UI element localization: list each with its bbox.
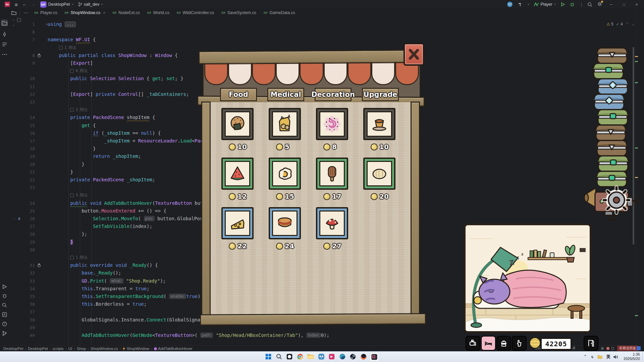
close-window-button[interactable]: × bbox=[633, 2, 641, 7]
more-tools-icon[interactable] bbox=[1, 51, 8, 58]
scroll-mark[interactable] bbox=[635, 56, 638, 57]
breadcrumb-item[interactable]: ShopWindow bbox=[122, 347, 149, 351]
usages-inlay[interactable]: 2 用法 bbox=[70, 106, 87, 114]
shop-item-naruto[interactable] bbox=[316, 108, 348, 140]
tab-close-icon[interactable]: × bbox=[103, 11, 105, 15]
shop-tab-food[interactable]: Food bbox=[220, 88, 257, 101]
tab-SaveSystem.cs[interactable]: C#SaveSystem.cs bbox=[218, 9, 260, 17]
project-widget[interactable]: DP DesktopPet˅ bbox=[40, 1, 73, 8]
vcs-branch-widget[interactable]: salt_dev˅ bbox=[78, 2, 103, 7]
tab-Player.cs[interactable]: C#Player.cs bbox=[31, 9, 61, 17]
shop-item-popsicle[interactable] bbox=[316, 158, 348, 190]
gamebar-exit-button[interactable] bbox=[584, 336, 598, 351]
tray-folder-icon[interactable] bbox=[597, 355, 602, 359]
taskbar-steam-icon[interactable] bbox=[349, 353, 357, 361]
tab-World.cs[interactable]: C#World.cs bbox=[144, 9, 173, 17]
vcs-tool-icon[interactable] bbox=[1, 330, 8, 337]
tray-speaker-icon[interactable] bbox=[613, 355, 619, 359]
gamebar-hand-button[interactable] bbox=[512, 336, 527, 351]
override-gutter-icon[interactable] bbox=[37, 263, 41, 267]
shop-item-hotdog[interactable] bbox=[269, 207, 301, 239]
ime-indicator[interactable]: 英 bbox=[606, 351, 610, 362]
scroll-mark[interactable] bbox=[635, 177, 638, 178]
breadcrumb-item[interactable]: AddTabButtonHover bbox=[154, 347, 193, 351]
gamebar-bed-button[interactable] bbox=[481, 336, 496, 351]
scroll-mark[interactable] bbox=[635, 315, 638, 316]
run-config-selector[interactable]: Player˅ bbox=[534, 2, 556, 7]
run-button[interactable] bbox=[560, 2, 565, 7]
taskbar-pink-icon[interactable] bbox=[328, 353, 336, 361]
usages-inlay[interactable]: 5 用法 bbox=[70, 191, 87, 199]
tab-WildController.cs[interactable]: C#WildController.cs bbox=[173, 9, 218, 17]
tab-NodeExt.cs[interactable]: C#NodeExt.cs bbox=[109, 9, 144, 17]
taskbar-search-icon[interactable] bbox=[275, 353, 283, 361]
override-gutter-icon[interactable] bbox=[37, 53, 41, 58]
shop-tab-medical[interactable]: Medical bbox=[267, 88, 304, 101]
usages-inlay[interactable]: 1 用法 bbox=[70, 254, 87, 261]
forward-button[interactable]: → bbox=[31, 2, 36, 7]
show-desktop-button[interactable] bbox=[642, 351, 644, 362]
breadcrumb-item[interactable]: DesktopPet bbox=[3, 347, 23, 351]
scroll-mark[interactable] bbox=[635, 82, 638, 83]
tab-ShopWindow.cs[interactable]: C#ShopWindow.cs× bbox=[61, 9, 109, 17]
scroll-mark[interactable] bbox=[635, 147, 638, 148]
usages-inlay[interactable]: 1 用法 bbox=[59, 44, 76, 52]
breadcrumb-item[interactable]: scripts bbox=[53, 347, 64, 351]
lambda-gutter-icon[interactable]: ≣ bbox=[18, 215, 20, 223]
search-tool-icon[interactable] bbox=[1, 302, 8, 308]
shop-close-button[interactable] bbox=[404, 43, 424, 66]
project-folder-icon[interactable] bbox=[11, 10, 16, 15]
fold-arrow-icon[interactable]: › bbox=[13, 215, 15, 223]
taskbar-firefox-icon[interactable] bbox=[360, 353, 368, 361]
breadcrumb-item[interactable]: Shop bbox=[77, 347, 86, 351]
taskbar-edge-icon[interactable] bbox=[338, 353, 346, 361]
shop-item-watermelon[interactable] bbox=[221, 158, 254, 190]
tabbar-left-controls[interactable]: ⋮ — bbox=[9, 9, 31, 17]
taskbar-godot-icon[interactable] bbox=[317, 353, 325, 361]
taskbar-files-icon[interactable] bbox=[307, 353, 315, 361]
gamebar-mailbox-button[interactable] bbox=[466, 336, 480, 351]
back-button[interactable]: ← bbox=[22, 2, 27, 7]
taskbar-windows-icon[interactable] bbox=[264, 353, 272, 361]
shop-item-bun[interactable] bbox=[363, 158, 395, 190]
inspections-widget[interactable]: ⚠ 5 ✓ 4 ⌃⌄ bbox=[606, 21, 635, 27]
minimize-button[interactable]: − bbox=[607, 2, 615, 7]
shop-item-pudding[interactable] bbox=[363, 108, 395, 140]
breadcrumb-item[interactable]: DesktopPet bbox=[28, 347, 48, 351]
shop-tab-decoration[interactable]: Decoration bbox=[315, 88, 352, 101]
gutter-fold-top[interactable]: ⌄ bbox=[12, 17, 15, 21]
run-tool-icon[interactable] bbox=[1, 283, 8, 290]
build-hammer-icon[interactable] bbox=[518, 2, 523, 7]
usages-inlay[interactable]: 6 用法 bbox=[70, 67, 87, 75]
breadcrumb[interactable]: DesktopPet›DesktopPet›scripts›UI›Shop›Sh… bbox=[0, 347, 193, 351]
shop-item-cheese[interactable] bbox=[221, 207, 254, 239]
tray-chevron[interactable]: ⌃ bbox=[584, 351, 587, 362]
main-menu-button[interactable]: ≡ bbox=[15, 2, 18, 7]
shop-item-rice-cracker[interactable] bbox=[221, 108, 254, 140]
gamebar-gacha-button[interactable] bbox=[496, 336, 511, 351]
gutter-fold-2[interactable]: ⌄ bbox=[12, 23, 15, 26]
services-tool-icon[interactable] bbox=[1, 311, 8, 318]
tray-weather-icon[interactable] bbox=[590, 354, 595, 359]
shop-tab-upgrade[interactable]: Upgrade bbox=[362, 88, 399, 101]
shop-item-mushroom[interactable] bbox=[316, 207, 348, 239]
shop-item-snack-bag[interactable] bbox=[269, 108, 301, 140]
project-tool-icon[interactable] bbox=[1, 19, 8, 26]
problems-tool-icon[interactable] bbox=[1, 320, 8, 327]
more-actions-button[interactable]: ⋮ bbox=[579, 2, 583, 7]
scroll-mark[interactable] bbox=[635, 61, 638, 62]
taskbar-contrast-icon[interactable] bbox=[285, 353, 293, 361]
shop-item-fried-egg[interactable] bbox=[269, 158, 301, 190]
build-chevron[interactable]: ˅ bbox=[528, 3, 529, 6]
structure-tool-icon[interactable] bbox=[1, 41, 8, 48]
maximize-button[interactable]: □ bbox=[620, 2, 628, 6]
tab-GameData.cs[interactable]: C#GameData.cs bbox=[260, 9, 299, 17]
pet-machine[interactable] bbox=[584, 183, 642, 224]
taskbar-chrome-icon[interactable] bbox=[296, 353, 304, 361]
breadcrumb-item[interactable]: UI bbox=[68, 347, 72, 351]
debug-button[interactable] bbox=[570, 2, 575, 7]
breadcrumb-item[interactable]: ShopWindow.cs bbox=[91, 347, 118, 351]
godot-icon[interactable] bbox=[507, 1, 513, 7]
debug-tool-icon[interactable] bbox=[1, 292, 8, 299]
settings-gear-icon[interactable] bbox=[597, 1, 602, 8]
